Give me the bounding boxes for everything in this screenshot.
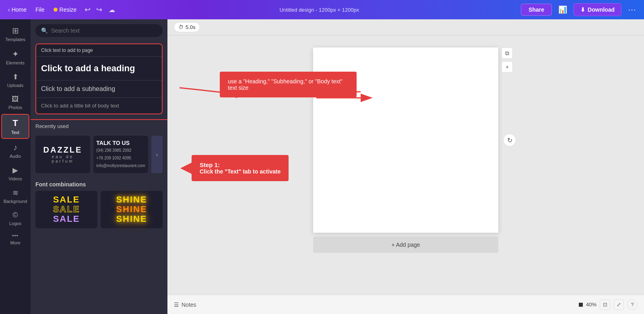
- sidebar-label-elements: Elements: [6, 60, 25, 65]
- sale-line-1: SALE: [53, 195, 80, 205]
- sidebar-item-audio[interactable]: ♪ Audio: [1, 140, 29, 162]
- file-button[interactable]: File: [31, 4, 49, 15]
- home-label: Home: [12, 6, 27, 13]
- sidebar-item-more[interactable]: ••• More: [1, 230, 29, 248]
- topbar-title: Untitled design - 1200px × 1200px: [121, 7, 518, 13]
- search-box[interactable]: 🔍: [35, 24, 163, 37]
- recently-used-arrow[interactable]: ›: [151, 136, 163, 173]
- sidebar-item-text[interactable]: T Text: [1, 114, 29, 139]
- sidebar-item-elements[interactable]: ✦ Elements: [1, 46, 29, 68]
- notes-label: Notes: [182, 302, 196, 308]
- font-combinations-label: Font combinations: [31, 178, 167, 191]
- recently-used-label: Recently used: [35, 123, 68, 129]
- search-icon: 🔍: [41, 27, 48, 34]
- main-layout: ⊞ Templates ✦ Elements ⬆ Uploads 🖼 Photo…: [0, 19, 644, 314]
- sidebar-label-photos: Photos: [8, 105, 22, 110]
- fit-page-button[interactable]: ⊡: [600, 300, 610, 310]
- font-card-talk[interactable]: TALK TO US (04) 298 3985 2092+76 209 109…: [93, 136, 148, 173]
- sidebar-label-uploads: Uploads: [7, 83, 23, 88]
- audio-icon: ♪: [13, 143, 17, 152]
- templates-icon: ⊞: [12, 26, 19, 35]
- clock-icon: ⏱: [178, 24, 184, 30]
- add-heading-option[interactable]: Click to add a heading: [36, 57, 162, 81]
- panel-search-area: 🔍: [31, 19, 167, 42]
- sidebar-item-logos[interactable]: © Logos: [1, 208, 29, 229]
- resize-label: Resize: [60, 6, 77, 13]
- add-page-button[interactable]: + Add page: [313, 237, 498, 253]
- font-combo-shine[interactable]: SHINE SHINE SHINE: [101, 191, 163, 228]
- text-options-header: Click text to add to page: [36, 44, 162, 57]
- logos-icon: ©: [12, 211, 18, 219]
- home-button[interactable]: ‹ Home: [5, 4, 30, 15]
- canvas-page[interactable]: [313, 48, 498, 233]
- rotate-button[interactable]: ↻: [503, 134, 516, 147]
- more-icon: •••: [12, 233, 19, 239]
- font-combo-sale[interactable]: SALE SALE SALE: [35, 191, 97, 228]
- sale-text-group: SALE SALE SALE: [53, 195, 80, 224]
- bottom-right: 40% ⊡ ⤢ ?: [579, 300, 638, 310]
- add-page-icon-button[interactable]: +: [502, 61, 513, 72]
- canvas-area: ⏱ 5.0s ⧉ + ↻ + Add page: [167, 19, 644, 314]
- uploads-icon: ⬆: [12, 72, 19, 81]
- zoom-level: 40%: [586, 302, 597, 308]
- sidebar-label-more: More: [10, 240, 20, 245]
- talk-details-text: (04) 298 3985 2092+76 209 1092 4095info@…: [96, 148, 145, 168]
- canvas-page-wrapper: ⧉ + ↻: [313, 48, 498, 233]
- shine-line-2: SHINE: [116, 205, 147, 214]
- notes-icon: ☰: [174, 302, 179, 308]
- sidebar-label-templates: Templates: [5, 37, 25, 42]
- text-icon: T: [12, 118, 18, 128]
- recently-used-bar: Recently used: [31, 119, 167, 132]
- talk-title-text: TALK TO US: [96, 140, 145, 146]
- notes-button[interactable]: ☰ Notes: [174, 302, 196, 308]
- sidebar-label-logos: Logos: [9, 221, 21, 226]
- sidebar-label-audio: Audio: [10, 154, 21, 159]
- shine-line-1: SHINE: [116, 195, 147, 205]
- undo-redo-group: ↩ ↪: [82, 4, 105, 16]
- font-card-dazzle[interactable]: DAZZLE eau de parfum: [35, 136, 90, 173]
- search-input[interactable]: [51, 27, 157, 34]
- more-options-button[interactable]: ⋯: [625, 3, 639, 16]
- text-panel: 🔍 Click text to add to page Click to add…: [31, 19, 167, 314]
- canvas-toolbar: ⏱ 5.0s: [167, 19, 644, 35]
- sidebar-item-photos[interactable]: 🖼 Photos: [1, 92, 29, 113]
- photos-icon: 🖼: [12, 95, 19, 103]
- dot-indicator: [579, 303, 583, 307]
- sidebar-label-videos: Videos: [8, 176, 22, 181]
- sale-line-2: SALE: [53, 205, 80, 214]
- sidebar-label-text: Text: [11, 130, 19, 135]
- cloud-save-button[interactable]: ☁: [106, 4, 118, 15]
- chevron-left-icon: ‹: [8, 6, 10, 13]
- topbar-left: ‹ Home File Resize ↩ ↪ ☁: [5, 4, 118, 16]
- shine-text-group: SHINE SHINE SHINE: [116, 195, 147, 224]
- sidebar-label-background: Background: [4, 199, 27, 204]
- dazzle-sub-text: eau de parfum: [39, 155, 86, 163]
- resize-button[interactable]: Resize: [50, 4, 81, 15]
- font-combinations-items: SALE SALE SALE SHINE SHINE SHINE: [31, 191, 167, 233]
- fullscreen-button[interactable]: ⤢: [613, 300, 624, 310]
- sale-line-3: SALE: [53, 214, 80, 224]
- sidebar-item-templates[interactable]: ⊞ Templates: [1, 23, 29, 45]
- dazzle-main-text: DAZZLE: [39, 145, 86, 155]
- download-label: Download: [588, 6, 615, 13]
- elements-icon: ✦: [12, 49, 19, 59]
- redo-button[interactable]: ↪: [94, 4, 105, 16]
- download-button[interactable]: ⬇ Download: [574, 3, 621, 16]
- help-button[interactable]: ?: [627, 300, 638, 310]
- sidebar-item-uploads[interactable]: ⬆ Uploads: [1, 69, 29, 91]
- undo-button[interactable]: ↩: [82, 4, 93, 16]
- sidebar-item-videos[interactable]: ▶ Videos: [1, 163, 29, 184]
- background-icon: ≋: [12, 188, 18, 197]
- duplicate-page-button[interactable]: ⧉: [502, 48, 513, 59]
- share-button[interactable]: Share: [521, 4, 552, 16]
- add-subheading-option[interactable]: Click to add a subheading: [36, 81, 162, 98]
- sidebar-item-background[interactable]: ≋ Background: [1, 185, 29, 207]
- add-body-option[interactable]: Click to add a little bit of body text: [36, 98, 162, 114]
- canvas-page-icons: ⧉ +: [502, 48, 513, 72]
- topbar-nav: File Resize: [31, 4, 80, 15]
- canvas-scroll[interactable]: ⧉ + ↻ + Add page: [167, 35, 644, 295]
- resize-dot: [54, 8, 58, 12]
- time-badge[interactable]: ⏱ 5.0s: [174, 22, 200, 32]
- stats-button[interactable]: 📊: [555, 4, 570, 16]
- sidebar: ⊞ Templates ✦ Elements ⬆ Uploads 🖼 Photo…: [0, 19, 31, 314]
